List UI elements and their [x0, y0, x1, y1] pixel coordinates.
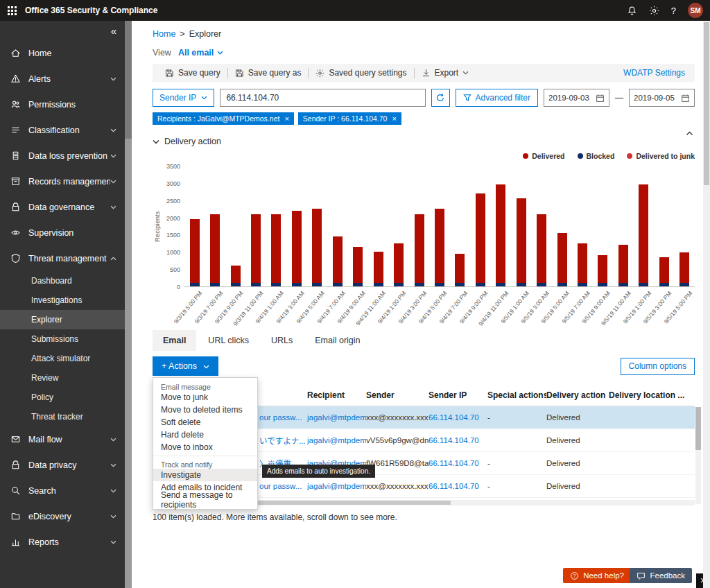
chart-bar[interactable]	[368, 166, 388, 286]
sidebar-item-permissions[interactable]: Permissions	[0, 92, 125, 117]
saved-query-settings-button[interactable]: Saved query settings	[309, 68, 413, 78]
sidebar-item-review[interactable]: Review	[0, 368, 125, 388]
chart-bar[interactable]	[511, 166, 531, 286]
feedback-button[interactable]: Feedback	[630, 568, 692, 583]
date-from-field[interactable]: 2019-09-03	[544, 89, 609, 107]
chart-bar[interactable]	[593, 166, 613, 286]
column-header-sender[interactable]: Sender	[366, 390, 428, 400]
gear-icon[interactable]	[649, 6, 659, 16]
sidebar-item-data-governance[interactable]: Data governance	[0, 194, 125, 220]
chart-bar[interactable]	[286, 166, 306, 286]
bell-icon[interactable]	[627, 6, 637, 16]
sidebar-item-data-privacy[interactable]: Data privacy	[0, 452, 125, 478]
sidebar-item-supervision[interactable]: Supervision	[0, 220, 125, 245]
chart-bar[interactable]	[450, 166, 470, 286]
table-vertical-scrollbar[interactable]	[695, 407, 701, 504]
save-query-as-button[interactable]: Save query as	[228, 68, 309, 78]
collapse-section-icon[interactable]	[686, 126, 693, 139]
actions-button[interactable]: + Actions	[153, 356, 218, 376]
sidebar-item-threat-tracker[interactable]: Threat tracker	[0, 407, 125, 426]
chart-bar[interactable]	[266, 166, 286, 286]
chart-bar[interactable]	[552, 166, 572, 286]
sidebar-item-submissions[interactable]: Submissions	[0, 329, 125, 349]
recipient-link[interactable]: jagalvi@mtpdemos.n...	[307, 413, 366, 422]
chevron-down-icon[interactable]	[153, 137, 159, 146]
sidebar-item-reports[interactable]: Reports	[0, 529, 125, 555]
sidebar-item-attack-simulator[interactable]: Attack simulator	[0, 349, 125, 368]
sender-ip-link[interactable]: 66.114.104.70	[428, 459, 487, 467]
chart-bar[interactable]	[225, 166, 245, 286]
remove-chip-icon[interactable]: ×	[284, 115, 288, 123]
column-header-sender-ip[interactable]: Sender IP	[428, 390, 487, 400]
chart-bar[interactable]	[388, 166, 408, 286]
chart-bar[interactable]	[531, 166, 551, 286]
column-header-delivery-location[interactable]: Delivery location ...	[609, 390, 695, 400]
sender-ip-link[interactable]: 66.114.104.70	[428, 482, 487, 490]
remove-chip-icon[interactable]: ×	[392, 115, 396, 123]
menu-item-soft-delete[interactable]: Soft delete	[153, 416, 257, 429]
sidebar-item-threat-management[interactable]: Threat management	[0, 245, 125, 271]
tab-email-origin[interactable]: Email origin	[304, 330, 370, 351]
filter-chip[interactable]: Sender IP : 66.114.104.70×	[298, 112, 401, 125]
page-scrollbar[interactable]	[703, 21, 710, 588]
chart-bar[interactable]	[245, 166, 266, 286]
chart-bar[interactable]	[327, 166, 347, 286]
view-selector[interactable]: All email	[178, 48, 223, 58]
chart-bar[interactable]	[184, 166, 205, 286]
menu-item-send-a-message-to-recipients[interactable]: Send a message to recipients	[153, 494, 257, 506]
column-header-delivery-action[interactable]: Delivery action	[546, 390, 609, 400]
chart-bar[interactable]	[675, 166, 695, 286]
sender-ip-link[interactable]: 66.114.104.70	[428, 413, 487, 422]
chart-bar[interactable]	[613, 166, 633, 286]
breadcrumb-home-link[interactable]: Home	[153, 29, 175, 39]
menu-item-hard-delete[interactable]: Hard delete	[153, 429, 257, 441]
advanced-filter-button[interactable]: Advanced filter	[456, 89, 538, 107]
menu-item-move-to-junk[interactable]: Move to junk	[153, 391, 257, 404]
tab-email[interactable]: Email	[153, 330, 196, 351]
sidebar-item-alerts[interactable]: Alerts	[0, 66, 125, 92]
chart-bar[interactable]	[572, 166, 592, 286]
chart-bar[interactable]	[491, 166, 511, 286]
sidebar-item-explorer[interactable]: Explorer	[0, 310, 125, 329]
chart-bar[interactable]	[470, 166, 490, 286]
sidebar-item-classification[interactable]: Classification	[0, 117, 125, 143]
sidebar-scroll-thumb[interactable]	[125, 21, 132, 139]
refresh-button[interactable]	[431, 89, 450, 107]
sidebar-item-policy[interactable]: Policy	[0, 388, 125, 407]
menu-item-investigate[interactable]: Investigate	[153, 469, 257, 481]
sidebar-item-mail-flow[interactable]: Mail flow	[0, 426, 125, 452]
sidebar-item-search[interactable]: Search	[0, 478, 125, 503]
tab-urls[interactable]: URLs	[261, 330, 303, 351]
wdatp-settings-link[interactable]: WDATP Settings	[623, 68, 689, 78]
sidebar-scrollbar[interactable]	[125, 21, 132, 588]
chart-bar[interactable]	[205, 166, 225, 286]
help-icon[interactable]: ?	[671, 6, 676, 16]
chart-bar[interactable]	[634, 166, 654, 286]
vscroll-thumb[interactable]	[695, 407, 701, 450]
menu-item-move-to-deleted-items[interactable]: Move to deleted items	[153, 404, 257, 416]
sidebar-item-home[interactable]: Home	[0, 40, 125, 66]
chart-bar[interactable]	[429, 166, 449, 286]
app-launcher-icon[interactable]	[0, 0, 24, 21]
column-options-button[interactable]: Column options	[621, 358, 695, 375]
page-scroll-thumb[interactable]	[704, 22, 709, 185]
avatar[interactable]: SM	[688, 3, 703, 18]
tab-url-clicks[interactable]: URL clicks	[198, 330, 259, 351]
sidebar-item-ediscovery[interactable]: eDiscovery	[0, 503, 125, 529]
sender-ip-link[interactable]: 66.114.104.70	[428, 436, 487, 444]
search-input[interactable]	[220, 89, 425, 107]
filter-chip[interactable]: Recipients : JaGalvi@MTPDemos.net×	[153, 112, 294, 125]
menu-item-move-to-inbox[interactable]: Move to inbox	[153, 441, 257, 453]
column-header-recipient[interactable]: Recipient	[307, 390, 366, 400]
recipient-link[interactable]: jagalvi@mtpdemos.n...	[307, 482, 366, 490]
sidebar-item-dashboard[interactable]: Dashboard	[0, 271, 125, 291]
column-header-special-actions[interactable]: Special actions	[487, 390, 546, 400]
collapse-sidebar-icon[interactable]: «	[111, 26, 116, 36]
need-help-button[interactable]: ? Need help?	[563, 568, 631, 583]
export-button[interactable]: Export	[415, 68, 476, 78]
sidebar-item-data-loss-prevention[interactable]: Data loss prevention	[0, 143, 125, 168]
sidebar-item-investigations[interactable]: Investigations	[0, 291, 125, 310]
chart-bar[interactable]	[307, 166, 327, 286]
recipient-link[interactable]: jagalvi@mtpdemos.n...	[307, 436, 366, 444]
chart-bar[interactable]	[348, 166, 368, 286]
